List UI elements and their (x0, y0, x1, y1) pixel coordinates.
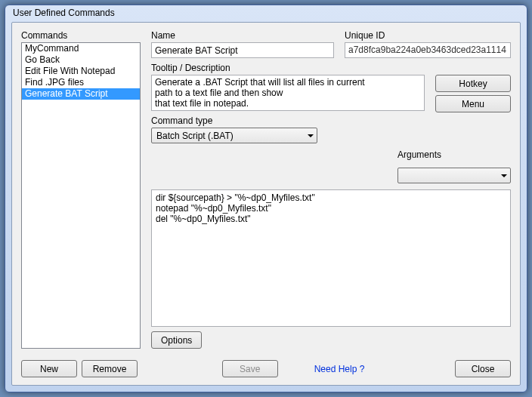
details-panel: Name Unique ID a7d8fca9ba224a0eb3463dced… (151, 30, 511, 349)
cmdtype-combo[interactable]: Batch Script (.BAT) (151, 128, 317, 143)
cmdtype-value: Batch Script (.BAT) (156, 131, 234, 141)
list-item[interactable]: Generate BAT Script (22, 88, 140, 100)
help-link[interactable]: Need Help ? (308, 364, 371, 374)
arguments-combo[interactable] (397, 168, 511, 183)
tooltip-field-group: Tooltip / Description Command type Batch… (151, 63, 425, 143)
cmdtype-label: Command type (151, 115, 425, 126)
commands-panel: Commands MyCommandGo BackEdit File With … (21, 30, 141, 349)
new-button[interactable]: New (21, 360, 77, 377)
list-item[interactable]: Edit File With Notepad (22, 66, 140, 77)
arguments-label: Arguments (397, 149, 511, 160)
uid-field-group: Unique ID a7d8fca9ba224a0eb3463dced23a11… (345, 30, 511, 58)
name-uid-row: Name Unique ID a7d8fca9ba224a0eb3463dced… (151, 30, 511, 58)
tooltip-textarea[interactable] (151, 75, 425, 111)
uid-label: Unique ID (345, 30, 511, 41)
commands-listbox[interactable]: MyCommandGo BackEdit File With NotepadFi… (21, 42, 141, 349)
uid-value: a7d8fca9ba224a0eb3463dced23a1114 (345, 42, 511, 58)
window-titlebar: User Defined Commands (5, 5, 527, 22)
close-button[interactable]: Close (455, 360, 511, 377)
name-label: Name (151, 30, 334, 41)
name-field-group: Name (151, 30, 334, 58)
menu-button[interactable]: Menu (435, 95, 511, 112)
commands-label: Commands (21, 30, 141, 41)
tooltip-label: Tooltip / Description (151, 63, 425, 73)
arguments-group: Arguments (151, 149, 511, 183)
options-row: Options (151, 331, 511, 349)
window-title: User Defined Commands (13, 8, 115, 18)
client-area: Commands MyCommandGo BackEdit File With … (11, 22, 521, 386)
list-item[interactable]: Find .JPG files (22, 77, 140, 88)
bottom-bar: New Remove Save Need Help ? Close (21, 360, 511, 377)
list-item[interactable]: Go Back (22, 54, 140, 66)
list-item[interactable]: MyCommand (22, 43, 140, 54)
remove-button[interactable]: Remove (82, 360, 138, 377)
name-input[interactable] (151, 42, 334, 58)
chevron-down-icon (308, 134, 314, 137)
save-button[interactable]: Save (222, 360, 278, 377)
dialog-window: User Defined Commands Commands MyCommand… (5, 5, 527, 392)
script-textarea[interactable]: dir ${sourcepath} > "%~dp0_Myfiles.txt" … (151, 189, 511, 327)
side-buttons: Hotkey Menu (435, 75, 511, 143)
desc-side-row: Tooltip / Description Command type Batch… (151, 63, 511, 143)
chevron-down-icon (501, 174, 507, 177)
hotkey-button[interactable]: Hotkey (435, 75, 511, 92)
options-button[interactable]: Options (151, 331, 202, 349)
